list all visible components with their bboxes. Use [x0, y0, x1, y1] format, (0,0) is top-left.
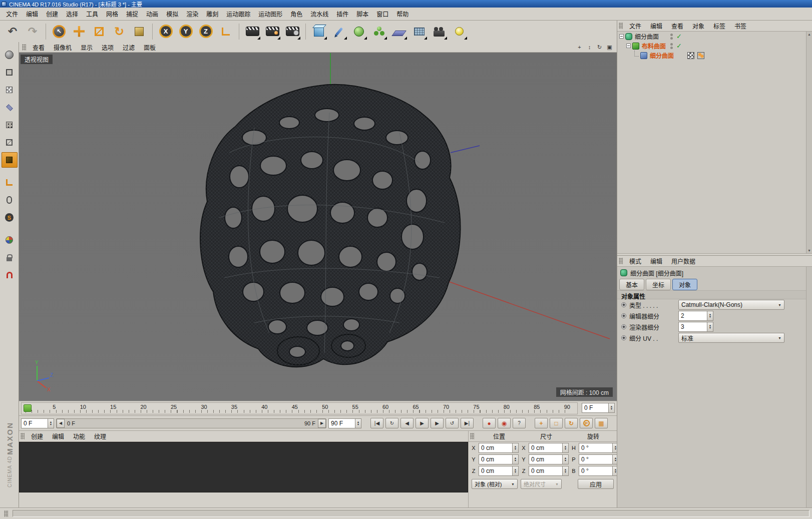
play-button[interactable]: ▶: [416, 418, 429, 428]
generators-button[interactable]: [369, 22, 388, 41]
current-frame-field[interactable]: 0 F: [21, 418, 54, 428]
am-menu-edit[interactable]: 编辑: [646, 255, 666, 267]
pos-z-field[interactable]: 0 cm: [479, 466, 519, 476]
spline-pen-button[interactable]: [329, 22, 348, 41]
key-position-toggle[interactable]: +: [535, 418, 548, 428]
object-row-subdivision-surface[interactable]: 细分曲面 ✓: [617, 32, 812, 41]
material-list-area[interactable]: [19, 442, 468, 492]
om-menu-file[interactable]: 文件: [625, 20, 645, 32]
perspective-viewport[interactable]: 透视视图 网格间距 : 100 cm Y X Z: [19, 53, 617, 401]
menu-pipeline[interactable]: 流水线: [306, 8, 332, 20]
menu-help[interactable]: 帮助: [392, 8, 413, 20]
scale-tool-button[interactable]: [90, 22, 109, 41]
stepper[interactable]: [355, 419, 361, 428]
animation-toggle-icon[interactable]: [621, 313, 626, 318]
type-select[interactable]: Catmull-Clark(N-Gons): [678, 300, 784, 310]
add-primitive-button[interactable]: [309, 22, 328, 41]
apply-button[interactable]: 应用: [578, 479, 614, 489]
size-z-field[interactable]: 0 cm: [529, 466, 569, 476]
vp-menu-display[interactable]: 显示: [77, 42, 97, 53]
polygons-mode-button[interactable]: [2, 152, 18, 168]
panel-grip[interactable]: [619, 258, 623, 264]
preview-range-slider[interactable]: ◀ 0 F 90 F ▶: [56, 418, 326, 428]
key-pla-toggle[interactable]: ▦: [595, 418, 608, 428]
viewport-pan-icon[interactable]: +: [575, 44, 584, 51]
coordinate-system-button[interactable]: [216, 22, 235, 41]
render-settings-button[interactable]: [283, 22, 302, 41]
lock-z-axis-button[interactable]: Z: [196, 22, 215, 41]
expander-icon[interactable]: [619, 34, 624, 39]
end-frame-value[interactable]: 90 F: [329, 419, 355, 428]
ruler-frame-value[interactable]: 0 F: [582, 403, 608, 412]
current-frame-marker[interactable]: [24, 404, 32, 412]
rot-h-field[interactable]: 0 °: [579, 443, 619, 453]
vp-menu-cameras[interactable]: 摄像机: [50, 42, 76, 53]
om-menu-view[interactable]: 查看: [667, 20, 687, 32]
size-x-field[interactable]: 0 cm: [529, 443, 569, 453]
panel-grip[interactable]: [21, 433, 25, 439]
move-tool-button[interactable]: [70, 22, 89, 41]
rot-p-field[interactable]: 0 °: [579, 454, 619, 464]
stepper[interactable]: [48, 419, 54, 428]
object-label[interactable]: 布料曲面: [641, 42, 667, 50]
menu-simulate[interactable]: 模拟: [162, 8, 182, 20]
enabled-check-icon[interactable]: ✓: [676, 42, 682, 50]
tab-object[interactable]: 对象: [672, 279, 697, 290]
viewport-zoom-icon[interactable]: ↕: [585, 44, 594, 51]
menu-mesh[interactable]: 网格: [102, 8, 122, 20]
menu-script[interactable]: 脚本: [352, 8, 372, 20]
render-subdivision-field[interactable]: 3: [678, 322, 713, 332]
subdivision-surface-button[interactable]: [349, 22, 368, 41]
object-row-cloth-surface[interactable]: 布料曲面 ✓: [617, 41, 812, 51]
render-view-button[interactable]: [243, 22, 262, 41]
play-loop-button[interactable]: ↺: [446, 418, 459, 428]
om-menu-objects[interactable]: 对象: [688, 20, 708, 32]
key-rotation-toggle[interactable]: ↻: [565, 418, 578, 428]
am-menu-mode[interactable]: 模式: [625, 255, 645, 267]
autokey-button[interactable]: ◉: [498, 418, 511, 428]
menu-select[interactable]: 选择: [62, 8, 82, 20]
om-menu-edit[interactable]: 编辑: [646, 20, 666, 32]
menu-create[interactable]: 创建: [42, 8, 62, 20]
light-button[interactable]: [450, 22, 469, 41]
current-frame-value[interactable]: 0 F: [22, 419, 48, 428]
om-menu-bookmarks[interactable]: 书签: [730, 20, 750, 32]
texture-tag-icon[interactable]: [687, 52, 694, 59]
edges-mode-button[interactable]: [2, 135, 18, 150]
editor-subdivision-field[interactable]: 2: [678, 311, 713, 321]
am-menu-userdata[interactable]: 用户数据: [667, 255, 699, 267]
vp-menu-panel[interactable]: 面板: [140, 42, 160, 53]
environment-button[interactable]: [410, 22, 429, 41]
texture-mode-button[interactable]: [2, 82, 18, 98]
menu-render[interactable]: 渲染: [182, 8, 202, 20]
camera-button[interactable]: [430, 22, 449, 41]
object-label[interactable]: 细分曲面: [634, 32, 660, 41]
animation-toggle-icon[interactable]: [621, 302, 626, 307]
last-tool-button[interactable]: [130, 22, 149, 41]
phong-tag-icon[interactable]: [697, 52, 704, 59]
viewport-toggle-icon[interactable]: ▣: [605, 44, 614, 51]
vp-menu-options[interactable]: 选项: [98, 42, 118, 53]
loop-button[interactable]: ↻: [385, 418, 398, 428]
range-right-handle[interactable]: ▶: [318, 419, 326, 428]
viewport-orbit-icon[interactable]: ↻: [595, 44, 604, 51]
material-menu-function[interactable]: 功能: [69, 430, 89, 442]
render-picture-viewer-button[interactable]: [263, 22, 282, 41]
rot-b-field[interactable]: 0 °: [579, 466, 619, 476]
tab-basic[interactable]: 基本: [619, 279, 644, 290]
make-editable-button[interactable]: [2, 47, 18, 63]
lock-workplane-button[interactable]: [2, 250, 18, 265]
key-parameter-toggle[interactable]: P: [580, 418, 593, 428]
vp-menu-filter[interactable]: 过滤: [119, 42, 139, 53]
lock-x-axis-button[interactable]: X: [156, 22, 175, 41]
workplane-mode-button[interactable]: [2, 100, 18, 115]
animation-toggle-icon[interactable]: [621, 335, 626, 340]
keying-options-button[interactable]: ?: [513, 418, 526, 428]
prev-frame-button[interactable]: ◀: [400, 418, 414, 428]
viewport-solo-button[interactable]: S: [2, 210, 18, 225]
om-menu-tags[interactable]: 标签: [709, 20, 729, 32]
ruler-frame-field[interactable]: 0 F: [582, 403, 615, 413]
menu-sculpt[interactable]: 雕刻: [202, 8, 222, 20]
enable-axis-button[interactable]: [2, 175, 18, 190]
menu-file[interactable]: 文件: [2, 8, 22, 20]
